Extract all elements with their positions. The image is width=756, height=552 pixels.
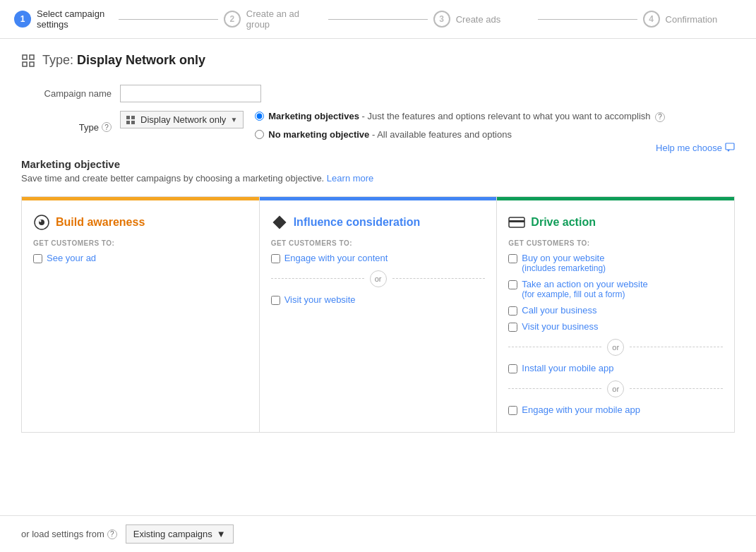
take-action-website-label: Take an action on your website (for exam… (522, 279, 648, 299)
type-help-icon[interactable]: ? (102, 122, 112, 132)
drive-action-card: Drive action GET CUSTOMERS TO: Buy on yo… (496, 196, 735, 433)
step-4-number: 4 (643, 11, 660, 28)
call-business-checkbox[interactable] (508, 306, 517, 316)
buy-website-checkbox[interactable] (508, 254, 517, 263)
visit-website-consideration-checkbox[interactable] (271, 296, 280, 305)
card-title-awareness: Build awareness (56, 216, 145, 229)
svg-rect-1 (30, 55, 34, 59)
existing-campaigns-dropdown[interactable]: Existing campaigns ▼ (126, 524, 234, 544)
svg-rect-15 (509, 220, 524, 222)
step-3-label: Create ads (456, 14, 501, 25)
get-customers-label-consideration: GET CUSTOMERS TO: (271, 239, 486, 247)
step-connector-2 (328, 19, 427, 20)
step-3: 3 Create ads (433, 11, 532, 28)
install-mobile-app-checkbox[interactable] (508, 364, 517, 373)
marketing-objective-title: Marketing objective (21, 158, 373, 170)
help-me-choose-button[interactable]: Help me choose (656, 143, 735, 153)
step-3-number: 3 (433, 11, 450, 28)
no-marketing-objective-text: No marketing objective - All available f… (268, 129, 512, 140)
card-header-action: Drive action (508, 214, 723, 231)
svg-rect-5 (131, 116, 135, 119)
engage-content-item: Engage with your content (271, 253, 486, 263)
card-top-bar-consideration (260, 197, 497, 200)
step-1: 1 Select campaign settings (14, 8, 113, 30)
learn-more-link[interactable]: Learn more (327, 173, 373, 184)
engage-mobile-app-item: Engage with your mobile app (508, 404, 723, 415)
marketing-objectives-radio[interactable] (255, 112, 264, 121)
grid-icon (21, 54, 35, 68)
bottom-help-icon[interactable]: ? (107, 529, 117, 539)
step-2-label: Create an ad group (246, 8, 323, 30)
svg-rect-4 (126, 116, 130, 119)
marketing-objectives-radio-row: Marketing objectives - Just the features… (255, 111, 665, 122)
engage-content-checkbox[interactable] (271, 254, 280, 263)
or-badge-action-2: or (607, 380, 624, 397)
step-2: 2 Create an ad group (224, 8, 323, 30)
call-business-label[interactable]: Call your business (522, 305, 596, 316)
svg-rect-2 (23, 62, 27, 66)
credit-card-icon (508, 214, 525, 231)
card-header-awareness: Build awareness (33, 214, 248, 231)
type-label-group: Type ? (21, 122, 120, 133)
type-dropdown-chevron: ▼ (230, 116, 237, 124)
cards-container: Build awareness GET CUSTOMERS TO: See yo… (21, 196, 735, 433)
type-row: Type ? Display Network only ▼ Marketing … (21, 111, 735, 144)
or-badge-action-1: or (607, 339, 624, 356)
call-business-item: Call your business (508, 305, 723, 316)
type-dropdown-text: Display Network only (140, 114, 226, 125)
svg-rect-8 (726, 143, 734, 150)
influence-consideration-card: Influence consideration GET CUSTOMERS TO… (259, 196, 497, 433)
type-dropdown[interactable]: Display Network only ▼ (120, 111, 244, 128)
page-title-row: Type: Display Network only (21, 53, 735, 68)
step-1-number: 1 (14, 11, 31, 28)
build-awareness-card: Build awareness GET CUSTOMERS TO: See yo… (21, 196, 259, 433)
take-action-website-checkbox[interactable] (508, 280, 517, 289)
type-label-text: Type (79, 122, 99, 133)
visit-website-consideration-label[interactable]: Visit your website (284, 294, 356, 305)
campaign-name-label: Campaign name (21, 88, 120, 99)
marketing-objectives-text: Marketing objectives - Just the features… (268, 111, 665, 122)
buy-website-label: Buy on your website (includes remarketin… (522, 253, 606, 273)
svg-rect-0 (23, 55, 27, 59)
see-your-ad-label[interactable]: See your ad (47, 253, 96, 263)
step-connector-3 (538, 19, 637, 20)
existing-campaigns-text: Existing campaigns (133, 529, 212, 539)
engage-content-label[interactable]: Engage with your content (284, 253, 388, 263)
chat-icon (725, 143, 735, 152)
get-customers-label-awareness: GET CUSTOMERS TO: (33, 239, 248, 247)
campaign-name-input[interactable] (120, 85, 261, 102)
svg-rect-7 (131, 121, 135, 124)
existing-campaigns-chevron: ▼ (217, 529, 226, 539)
or-line-left (271, 278, 364, 279)
marketing-objective-desc: Save time and create better campaigns by… (21, 173, 373, 184)
install-mobile-app-label[interactable]: Install your mobile app (522, 363, 613, 373)
svg-rect-3 (30, 62, 34, 66)
page-title: Type: Display Network only (42, 53, 205, 68)
see-your-ad-checkbox[interactable] (33, 254, 42, 263)
step-4: 4 Confirmation (643, 11, 742, 28)
campaign-name-row: Campaign name (21, 85, 735, 102)
card-top-bar-action (497, 197, 734, 200)
svg-point-12 (40, 220, 42, 222)
marketing-objectives-help-icon[interactable]: ? (655, 112, 665, 122)
visit-business-checkbox[interactable] (508, 323, 517, 332)
take-action-website-item: Take an action on your website (for exam… (508, 279, 723, 299)
engage-mobile-app-label[interactable]: Engage with your mobile app (522, 404, 640, 415)
card-header-consideration: Influence consideration (271, 214, 486, 231)
main-content: Type: Display Network only Campaign name… (0, 39, 756, 447)
visit-business-label[interactable]: Visit your business (522, 321, 598, 332)
display-network-icon (126, 116, 136, 124)
engage-mobile-app-checkbox[interactable] (508, 406, 517, 415)
svg-rect-6 (126, 121, 130, 124)
step-4-label: Confirmation (666, 14, 718, 25)
see-your-ad-item: See your ad (33, 253, 248, 263)
svg-rect-13 (273, 216, 285, 228)
or-divider-action-1: or (508, 339, 723, 356)
or-line-right (392, 278, 486, 279)
no-marketing-objective-radio[interactable] (255, 130, 264, 139)
step-2-number: 2 (224, 11, 241, 28)
eye-icon (33, 214, 50, 231)
marketing-objective-section: Marketing objective Save time and create… (21, 158, 735, 433)
get-customers-label-action: GET CUSTOMERS TO: (508, 239, 723, 247)
card-title-consideration: Influence consideration (294, 216, 421, 229)
